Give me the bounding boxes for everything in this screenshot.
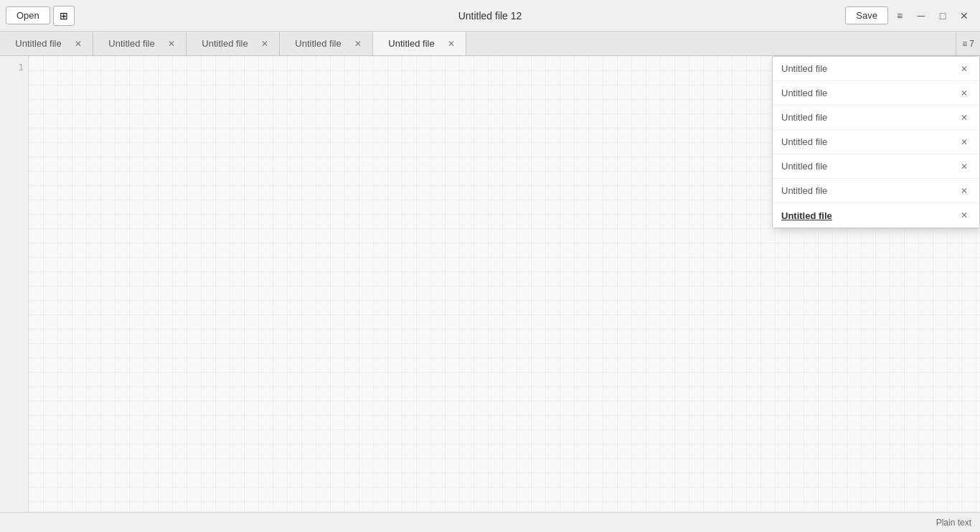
tab-close-0[interactable]: ✕ xyxy=(72,38,84,50)
tab-3[interactable]: Untitled file ✕ xyxy=(280,32,373,55)
line-numbers: 1 xyxy=(0,56,29,512)
dropdown-label-3: Untitled file xyxy=(781,136,958,147)
tab-label-1: Untitled file xyxy=(102,38,161,49)
window-title: Untitled file 12 xyxy=(458,10,522,22)
maximize-button[interactable]: □ xyxy=(933,6,953,26)
dropdown-item-0[interactable]: Untitled file ✕ xyxy=(773,57,979,81)
dropdown-label-6: Untitled file xyxy=(781,210,958,221)
dropdown-close-5[interactable]: ✕ xyxy=(958,185,971,197)
overflow-icon: ≡ xyxy=(962,39,967,49)
dropdown-item-6[interactable]: Untitled file ✕ xyxy=(773,203,979,228)
tab-close-2[interactable]: ✕ xyxy=(259,38,270,50)
menu-icon: ≡ xyxy=(897,10,903,22)
dropdown-label-5: Untitled file xyxy=(781,185,958,196)
dropdown-close-6[interactable]: ✕ xyxy=(958,209,971,222)
tab-label-4: Untitled file xyxy=(382,38,441,49)
title-bar: Open ⊞ Untitled file 12 Save ≡ ─ □ ✕ xyxy=(0,0,980,32)
tab-2[interactable]: Untitled file ✕ xyxy=(187,32,280,55)
dropdown-label-4: Untitled file xyxy=(781,161,958,172)
tab-0[interactable]: Untitled file ✕ xyxy=(0,32,93,55)
dropdown-close-3[interactable]: ✕ xyxy=(958,136,971,149)
dropdown-close-2[interactable]: ✕ xyxy=(958,111,971,124)
minimize-icon: ─ xyxy=(918,10,925,22)
title-bar-right: Save ≡ ─ □ ✕ xyxy=(845,6,974,26)
minimize-button[interactable]: ─ xyxy=(911,6,931,26)
dropdown-item-5[interactable]: Untitled file ✕ xyxy=(773,179,979,203)
dropdown-close-0[interactable]: ✕ xyxy=(958,62,971,75)
tab-dropdown: Untitled file ✕ Untitled file ✕ Untitled… xyxy=(772,56,980,228)
status-bar: Plain text xyxy=(0,512,980,532)
tab-4[interactable]: Untitled file ✕ xyxy=(373,32,466,55)
dropdown-label-1: Untitled file xyxy=(781,88,958,98)
close-icon: ✕ xyxy=(960,10,969,22)
dropdown-item-1[interactable]: Untitled file ✕ xyxy=(773,81,979,106)
dropdown-label-0: Untitled file xyxy=(781,63,958,74)
tab-bar: Untitled file ✕ Untitled file ✕ Untitled… xyxy=(0,32,980,56)
tab-close-3[interactable]: ✕ xyxy=(352,38,364,50)
overflow-count: 7 xyxy=(969,39,974,49)
dropdown-item-3[interactable]: Untitled file ✕ xyxy=(773,130,979,154)
tab-label-0: Untitled file xyxy=(9,38,68,49)
dropdown-item-4[interactable]: Untitled file ✕ xyxy=(773,154,979,179)
tab-label-2: Untitled file xyxy=(195,38,255,49)
dropdown-close-4[interactable]: ✕ xyxy=(958,160,971,173)
pin-icon: ⊞ xyxy=(60,10,68,22)
tab-label-3: Untitled file xyxy=(288,38,348,49)
save-button[interactable]: Save xyxy=(845,6,888,24)
tab-close-1[interactable]: ✕ xyxy=(166,38,177,50)
title-bar-left: Open ⊞ xyxy=(6,6,75,26)
close-button[interactable]: ✕ xyxy=(954,6,974,26)
line-number-1: 1 xyxy=(4,62,24,73)
language-status: Plain text xyxy=(936,518,971,528)
dropdown-label-2: Untitled file xyxy=(781,112,958,123)
menu-button[interactable]: ≡ xyxy=(890,6,910,26)
tab-close-4[interactable]: ✕ xyxy=(446,38,457,50)
pin-button[interactable]: ⊞ xyxy=(53,6,75,26)
tab-1[interactable]: Untitled file ✕ xyxy=(93,32,187,55)
dropdown-item-2[interactable]: Untitled file ✕ xyxy=(773,106,979,130)
maximize-icon: □ xyxy=(940,10,946,22)
tab-overflow-button[interactable]: ≡ 7 xyxy=(956,32,980,55)
dropdown-close-1[interactable]: ✕ xyxy=(958,87,971,100)
open-button[interactable]: Open xyxy=(6,6,50,24)
